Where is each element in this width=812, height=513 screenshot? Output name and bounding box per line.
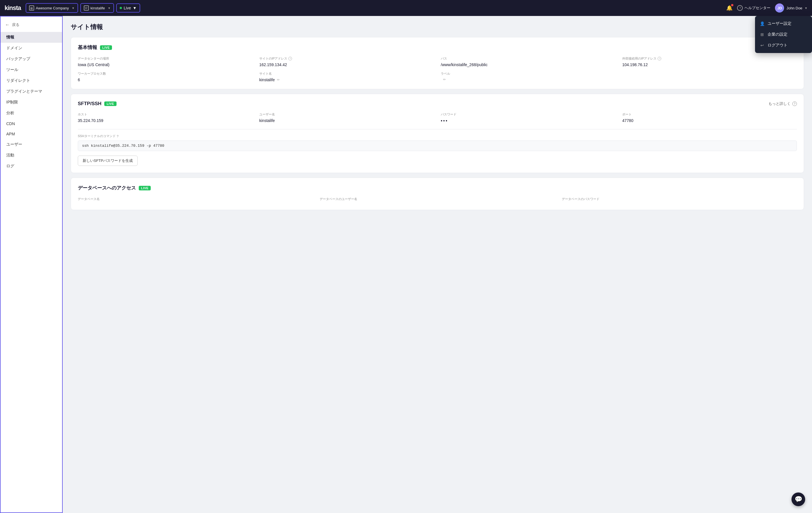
sftp-host-label: ホスト — [78, 112, 253, 117]
user-dropdown-menu: 👤 ユーザー設定 ⊞ 企業の設定 ↩ ログアウト — [755, 16, 812, 53]
sidebar-nav: 情報 ドメイン バックアップ ツール リダイレクト プラグインとテーマ IP制限… — [1, 32, 62, 172]
database-header: データベースへのアクセス LIVE — [78, 185, 797, 191]
help-circle-icon: ? — [737, 5, 743, 11]
back-arrow-icon: ← — [5, 22, 10, 27]
site-name-edit-icon[interactable]: ✏ — [277, 78, 280, 82]
label-value: ✏ — [441, 78, 615, 82]
sidebar-item-redirect[interactable]: リダイレクト — [1, 75, 62, 86]
sidebar-item-users[interactable]: ユーザー — [1, 139, 62, 150]
datacenter-label: データセンターの場所 — [78, 56, 253, 61]
notification-badge — [731, 4, 733, 6]
database-grid: データベース名 データベースのユーザー名 データベースのパスワード — [78, 197, 797, 203]
back-label: 戻る — [12, 22, 19, 27]
sftp-grid: ホスト 35.224.70.159 ユーザー名 kinstalife — [78, 112, 797, 123]
ssh-command-label: SSHターミナルのコマンド ? — [78, 134, 797, 138]
sidebar-item-tools[interactable]: ツール — [1, 64, 62, 75]
main-layout: ← 戻る 情報 ドメイン バックアップ ツール リダイレクト プラグインとテーマ — [0, 16, 812, 513]
sftp-title: SFTP/SSH — [78, 101, 102, 107]
live-status-dot — [120, 7, 122, 9]
database-live-badge: LIVE — [139, 186, 151, 190]
site-ip-info-icon[interactable]: ? — [288, 57, 292, 60]
divider — [78, 129, 797, 130]
site-ip-field: サイトのIPアドレス ? 162.159.134.42 — [259, 56, 434, 67]
sidebar-item-log[interactable]: ログ — [1, 161, 62, 172]
header: kinsta ▦ Awesome Company ▼ W kinstalife … — [0, 0, 812, 16]
label-label: ラベル — [441, 72, 615, 76]
user-menu-button[interactable]: JD John Doe ▼ — [775, 3, 807, 12]
sftp-port-label: ポート — [622, 112, 797, 117]
logout-icon: ↩ — [760, 43, 765, 48]
basic-info-card: 基本情報 LIVE データセンターの場所 Iowa (US Central) — [71, 37, 804, 89]
sidebar-item-plugins[interactable]: プラグインとテーマ — [1, 86, 62, 97]
sftp-password-value: ••• — [441, 118, 615, 123]
datacenter-field: データセンターの場所 Iowa (US Central) — [78, 56, 253, 67]
ssh-info-icon[interactable]: ? — [117, 135, 118, 138]
help-button[interactable]: ? ヘルプセンター — [737, 5, 771, 11]
ssh-command-value: ssh kinstalife@35.224.70.159 -p 47780 — [78, 141, 797, 151]
company-settings-label: 企業の設定 — [767, 32, 787, 37]
user-chevron-icon: ▼ — [805, 6, 807, 10]
chat-button[interactable]: 💬 — [791, 492, 805, 506]
sidebar-item-domain[interactable]: ドメイン — [1, 43, 62, 54]
db-password-field: データベースのパスワード — [562, 197, 797, 203]
workers-label: ワーカープロセス数 — [78, 72, 253, 76]
sftp-title-row: SFTP/SSH LIVE — [78, 101, 117, 107]
basic-info-live-badge: LIVE — [100, 45, 112, 50]
sidebar-item-cdn[interactable]: CDN — [1, 119, 62, 129]
sidebar-item-info[interactable]: 情報 — [1, 32, 62, 43]
external-ip-value: 104.198.76.12 — [622, 62, 797, 67]
path-value: /www/kinstalife_268/public — [441, 62, 615, 67]
company-icon: ▦ — [29, 5, 34, 10]
sidebar-item-ip-limit[interactable]: IP制限 — [1, 97, 62, 108]
sidebar-item-apm[interactable]: APM — [1, 129, 62, 139]
external-ip-info-icon[interactable]: ? — [658, 57, 661, 60]
sidebar-item-analysis[interactable]: 分析 — [1, 108, 62, 119]
sftp-username-value: kinstalife — [259, 118, 434, 123]
back-button[interactable]: ← 戻る — [1, 20, 62, 30]
sftp-more-link[interactable]: もっと詳しく ? — [768, 101, 797, 106]
label-edit-icon[interactable]: ✏ — [443, 78, 446, 82]
dropdown-item-company-settings[interactable]: ⊞ 企業の設定 — [755, 29, 812, 40]
site-name-label: サイト名 — [259, 72, 434, 76]
sftp-card: SFTP/SSH LIVE もっと詳しく ? ホスト 35.224.70.159 — [71, 94, 804, 173]
company-selector[interactable]: ▦ Awesome Company ▼ — [26, 3, 78, 13]
user-settings-label: ユーザー設定 — [767, 21, 791, 26]
avatar: JD — [775, 3, 784, 12]
sftp-info-icon[interactable]: ? — [792, 102, 797, 106]
sidebar-item-backup[interactable]: バックアップ — [1, 54, 62, 64]
dropdown-item-logout[interactable]: ↩ ログアウト — [755, 40, 812, 51]
db-user-field: データベースのユーザー名 — [320, 197, 555, 203]
label-field: ラベル ✏ — [441, 72, 615, 82]
sftp-host-value: 35.224.70.159 — [78, 118, 253, 123]
generate-sftp-password-button[interactable]: 新しいSFTPパスワードを生成 — [78, 155, 138, 166]
sidebar-item-activity[interactable]: 活動 — [1, 150, 62, 161]
page-header: サイト情報 — [71, 23, 804, 31]
db-name-field: データベース名 — [78, 197, 313, 203]
person-icon: 👤 — [760, 21, 765, 26]
dropdown-item-user-settings[interactable]: 👤 ユーザー設定 — [755, 18, 812, 29]
notifications-button[interactable]: 🔔 — [726, 5, 732, 11]
datacenter-value: Iowa (US Central) — [78, 62, 253, 67]
external-ip-label: 外部接続用のIPアドレス ? — [622, 56, 797, 61]
sftp-live-badge: LIVE — [104, 102, 116, 106]
company-chevron-icon: ▼ — [72, 6, 75, 10]
sftp-header: SFTP/SSH LIVE もっと詳しく ? — [78, 101, 797, 107]
sftp-port-field: ポート 47780 — [622, 112, 797, 123]
path-label: パス — [441, 56, 615, 61]
site-chevron-icon: ▼ — [108, 6, 111, 10]
basic-info-title-row: 基本情報 LIVE — [78, 44, 112, 51]
basic-info-header: 基本情報 LIVE — [78, 44, 797, 51]
ssh-command-section: SSHターミナルのコマンド ? ssh kinstalife@35.224.70… — [78, 134, 797, 151]
sftp-host-field: ホスト 35.224.70.159 — [78, 112, 253, 123]
help-label: ヘルプセンター — [745, 5, 771, 10]
site-selector[interactable]: W kinstalife ▼ — [80, 3, 114, 13]
workers-value: 6 — [78, 78, 253, 82]
wordpress-icon: W — [84, 5, 89, 10]
env-selector[interactable]: Live ▼ — [116, 3, 140, 12]
env-label: Live — [124, 6, 131, 10]
main-content: サイト情報 基本情報 LIVE データセンターの場所 — [63, 16, 812, 513]
sftp-password-label: パスワード — [441, 112, 615, 117]
external-ip-field: 外部接続用のIPアドレス ? 104.198.76.12 — [622, 56, 797, 67]
database-title: データベースへのアクセス — [78, 185, 136, 191]
page-title: サイト情報 — [71, 23, 103, 31]
